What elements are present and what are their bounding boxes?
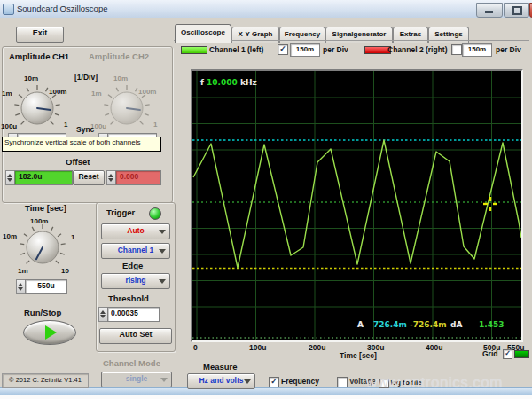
minimize-button[interactable] [476, 3, 503, 18]
spinner-up-icon [108, 174, 113, 177]
tab-signalgenerator[interactable]: Signalgenerator [325, 27, 393, 43]
channel1-trace [193, 140, 521, 268]
trigger-led [149, 207, 161, 220]
offset-reset-button[interactable]: Reset [73, 170, 105, 185]
measure-selector-value: Hz and volts [199, 376, 243, 385]
spinner-down-icon [100, 315, 106, 318]
grid-checkbox[interactable] [503, 349, 512, 359]
dropdown-arrow-icon [160, 378, 168, 382]
x-tick-200u: 200u [309, 343, 325, 352]
ch2-knob-label-1m: 1m [91, 90, 102, 98]
measure-title: Measure [203, 362, 238, 372]
time-title: Time [sec] [25, 203, 66, 213]
trigger-source-value: Channel 1 [118, 246, 154, 254]
spinner-up-icon [7, 174, 12, 177]
cursor-da-label: dA [450, 320, 462, 329]
channel1-label: Channel 1 (left) [209, 45, 263, 54]
trigger-source-dropdown[interactable]: Channel 1 [101, 243, 170, 259]
trigger-mode-dropdown[interactable]: Auto [101, 223, 170, 239]
time-knob[interactable] [17, 222, 68, 273]
channel-mode-dropdown[interactable]: single [101, 372, 172, 387]
run-stop-button[interactable] [23, 320, 76, 345]
offset-ch2-field[interactable]: 0.000 [115, 170, 161, 185]
ch2-knob-label-1: 1 [153, 121, 157, 129]
copyright-label: © 2012 C. Zeitnitz V1.41 [2, 373, 89, 388]
ch1-knob-label-100m: 100m [49, 88, 66, 96]
maximize-button[interactable] [504, 3, 529, 18]
watermark: www.cntronics.com [366, 374, 503, 392]
cursor-a-upper-value: 726.4m [373, 320, 407, 329]
tab-oscilloscope[interactable]: Oscilloscope [175, 24, 231, 43]
ch1-knob-label-100u: 100u [1, 122, 17, 130]
channel2-per-div-label: per Div [496, 45, 521, 54]
time-knob-label-10: 10 [61, 267, 69, 275]
measure-selector-dropdown[interactable]: Hz and volts [187, 373, 255, 389]
channel2-checkbox[interactable] [451, 44, 462, 55]
cursor-da-value: 1.453 [479, 320, 504, 329]
offset-label: Offset [66, 157, 90, 167]
tab-extras[interactable]: Extras [393, 27, 428, 43]
amplitude-ch2-title: Amplitude CH2 [89, 51, 149, 61]
channel2-scale-field[interactable]: 150m [462, 43, 492, 57]
frequency-readout-unit: kHz [240, 78, 257, 87]
x-tick-0: 0 [193, 343, 198, 352]
time-knob-label-1: 1 [71, 233, 74, 241]
channel1-checkbox[interactable] [278, 44, 288, 55]
frequency-checkbox-label: Frequency [281, 377, 319, 386]
channel1-per-div-label: per Div [323, 45, 348, 54]
channel1-color-swatch [181, 46, 207, 54]
per-div-unit-label: [1/Div] [74, 73, 98, 82]
trigger-title: Trigger [106, 207, 135, 217]
ch2-knob-label-100m: 100m [138, 88, 156, 96]
frequency-readout-value: 10.000 [207, 78, 238, 87]
play-icon [45, 325, 57, 340]
scope-display[interactable] [191, 69, 523, 342]
tab-xy-graph[interactable]: X-Y Graph [231, 27, 279, 43]
time-value-field[interactable]: 550u [25, 279, 67, 294]
time-knob-label-1m: 1m [18, 267, 28, 275]
auto-set-button[interactable]: Auto Set [99, 328, 172, 344]
threshold-field[interactable]: 0.00035 [107, 307, 160, 322]
tab-settings[interactable]: Settings [428, 27, 469, 43]
time-knob-label-100m: 100m [30, 217, 48, 225]
minimize-icon [485, 11, 493, 13]
trigger-edge-value: rising [125, 276, 145, 285]
x-axis-label: Time [sec] [340, 351, 377, 360]
app-icon [3, 4, 14, 15]
x-tick-400u: 400u [426, 343, 442, 352]
spinner-down-icon [7, 178, 12, 182]
cursor-a-lower-value: -726.4m [410, 320, 447, 329]
offset-ch1-field[interactable]: 182.0u [14, 170, 73, 185]
frequency-checkbox[interactable] [269, 377, 279, 387]
spinner-up-icon [18, 283, 23, 286]
maximize-icon [512, 6, 522, 15]
exit-button[interactable]: Exit [16, 27, 64, 43]
soundcard-oscilloscope-window: Soundcard Oszilloscope Exit Amplitude CH… [0, 0, 532, 399]
scope-plot[interactable] [192, 71, 521, 340]
sync-label: Sync [76, 125, 94, 134]
channel-mode-value: single [126, 374, 148, 383]
dropdown-arrow-icon [159, 230, 166, 234]
spinner-up-icon [100, 310, 106, 314]
titlebar[interactable]: Soundcard Oszilloscope [0, 0, 532, 19]
trigger-mode-value: Auto [127, 226, 144, 235]
trigger-edge-dropdown[interactable]: rising [101, 273, 170, 289]
frequency-readout: f 10.000 kHz [200, 78, 257, 87]
x-tick-100u: 100u [249, 343, 266, 352]
channel1-scale-field[interactable]: 150m [290, 43, 320, 57]
channel-mode-label: Channel Mode [103, 358, 160, 368]
sync-tooltip: Synchronize vertical scale of both chann… [2, 137, 161, 152]
spinner-down-icon [18, 287, 23, 291]
ch1-knob-label-1m: 1m [2, 90, 12, 98]
frequency-readout-prefix: f [200, 78, 204, 87]
voltage-checkbox[interactable] [337, 377, 348, 387]
ch2-knob-label-10m: 10m [113, 74, 128, 82]
dropdown-arrow-icon [159, 249, 166, 254]
crosshair-cursor-icon[interactable] [483, 197, 497, 211]
spinner-down-icon [108, 178, 113, 182]
grid-label: Grid [482, 349, 497, 358]
dropdown-arrow-icon [159, 279, 166, 284]
run-stop-label: Run/Stop [24, 308, 61, 317]
tab-frequency[interactable]: Frequency [279, 27, 325, 43]
time-knob-label-10m: 10m [3, 232, 17, 240]
